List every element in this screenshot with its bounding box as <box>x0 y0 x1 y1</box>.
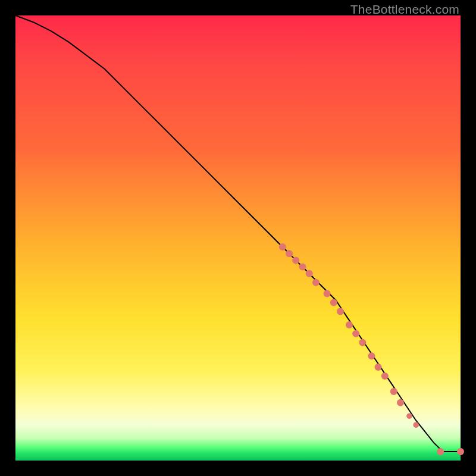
data-marker <box>406 413 412 419</box>
data-marker <box>368 352 375 359</box>
data-marker <box>286 250 293 257</box>
watermark-text: TheBottleneck.com <box>350 2 459 17</box>
chart-svg <box>15 15 461 461</box>
data-marker <box>457 448 464 455</box>
data-marker <box>437 448 444 455</box>
data-marker <box>299 264 306 271</box>
data-marker <box>381 372 389 380</box>
data-marker <box>279 243 286 250</box>
plot-area <box>15 15 461 461</box>
data-marker <box>306 270 313 277</box>
data-marker <box>352 330 359 337</box>
data-marker <box>375 364 382 371</box>
data-marker <box>397 399 404 406</box>
data-marker <box>292 256 299 264</box>
data-marker <box>390 388 397 395</box>
data-marker <box>312 279 320 286</box>
marker-group <box>279 243 464 455</box>
data-marker <box>337 308 344 315</box>
data-marker <box>413 422 419 428</box>
data-marker <box>324 290 331 298</box>
data-marker <box>346 321 353 328</box>
chart-stage: TheBottleneck.com <box>0 0 476 476</box>
series-line <box>15 15 461 452</box>
data-marker <box>330 299 337 306</box>
data-marker <box>359 339 366 346</box>
